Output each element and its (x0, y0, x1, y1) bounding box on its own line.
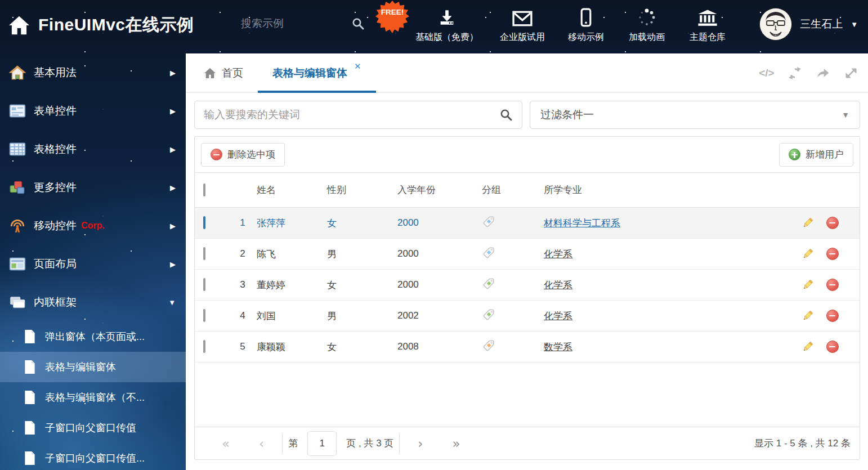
filter-row: 过滤条件一 ▼ (194, 101, 860, 129)
sidebar-subitem-grid-edit-window[interactable]: 表格与编辑窗体 (0, 352, 186, 382)
frames-icon (9, 294, 26, 311)
edit-icon[interactable] (801, 309, 815, 323)
fullscreen-icon[interactable] (843, 65, 859, 81)
sidebar-subitem-label: 弹出窗体（本页面或... (45, 330, 145, 343)
delete-row-icon[interactable] (826, 310, 839, 322)
cell-gender: 女 (327, 341, 397, 353)
search-icon[interactable] (351, 17, 365, 30)
col-name: 姓名 (257, 183, 327, 196)
tag-cell (482, 339, 544, 355)
major-link[interactable]: 数学系 (544, 342, 572, 352)
nav-mobile-demo[interactable]: 移动示例 (566, 7, 606, 43)
row-checkbox[interactable] (203, 278, 205, 291)
share-icon[interactable] (815, 65, 831, 81)
source-code-icon[interactable]: </> (759, 65, 775, 81)
tag-icon (482, 246, 495, 259)
tab-close-icon[interactable]: ✕ (354, 61, 361, 71)
table-empty-area (195, 362, 860, 427)
major-link[interactable]: 化学系 (544, 311, 572, 321)
nav-label: 主题仓库 (690, 32, 726, 43)
tab-grid-edit-window[interactable]: 表格与编辑窗体 ✕ (258, 53, 376, 92)
sidebar-item-iframe[interactable]: 内联框架 ▼ (0, 283, 186, 321)
tag-cell (482, 215, 544, 231)
filter-condition-select[interactable]: 过滤条件一 ▼ (530, 101, 860, 129)
major-link[interactable]: 材料科学与工程系 (544, 218, 620, 229)
delete-selected-button[interactable]: 删除选中项 (201, 143, 285, 167)
chevron-right-icon: ▶ (170, 69, 176, 77)
add-button-label: 新增用户 (806, 148, 844, 161)
delete-row-icon[interactable] (826, 279, 839, 291)
row-checkbox[interactable] (203, 247, 205, 260)
nav-enterprise-trial[interactable]: 企业版试用 (500, 7, 545, 43)
delete-button-label: 删除选中项 (227, 148, 275, 161)
sidebar-subitem-label: 子窗口向父窗口传值... (45, 451, 145, 465)
delete-row-icon[interactable] (826, 217, 839, 229)
keyword-search-input[interactable] (204, 109, 499, 121)
sidebar-item-more-controls[interactable]: 更多控件 ▶ (0, 168, 186, 207)
top-nav: FREE! 基础版（免费） 企业版试用 (415, 7, 727, 43)
page-number-input[interactable] (307, 431, 337, 456)
add-user-button[interactable]: 新增用户 (779, 143, 853, 167)
edit-icon[interactable] (801, 216, 815, 230)
prev-page-icon[interactable]: ‹ (244, 436, 279, 451)
sidebar-item-grid-controls[interactable]: 表格控件 ▶ (0, 130, 186, 168)
cubes-icon (9, 179, 26, 196)
divider (399, 434, 400, 453)
cell-name: 董婷婷 (257, 279, 327, 292)
sidebar-subitem-child-to-parent[interactable]: 子窗口向父窗口传值 (0, 413, 186, 443)
edit-icon[interactable] (801, 340, 815, 353)
row-checkbox[interactable] (203, 340, 205, 353)
col-major: 所学专业 (544, 183, 798, 196)
edit-icon[interactable] (801, 247, 815, 261)
row-checkbox[interactable] (203, 309, 205, 322)
chevron-down-icon: ▼ (842, 110, 849, 119)
delete-row-icon[interactable] (826, 248, 839, 260)
row-number: 2 (229, 248, 257, 259)
nav-label: 加载动画 (629, 32, 665, 43)
cell-gender: 男 (327, 248, 397, 261)
first-page-icon[interactable]: « (207, 436, 244, 451)
row-checkbox[interactable] (203, 216, 205, 229)
tag-cell (482, 308, 544, 324)
tab-tools: </> (759, 53, 859, 92)
cell-year: 2008 (397, 341, 482, 352)
spinner-icon (637, 8, 656, 27)
edit-icon[interactable] (801, 278, 815, 292)
delete-row-icon[interactable] (826, 341, 839, 353)
nav-basic-edition[interactable]: FREE! 基础版（免费） (415, 7, 478, 43)
nav-theme-repo[interactable]: 主题仓库 (688, 7, 727, 43)
sidebar-item-basic-usage[interactable]: 基本用法 ▶ (0, 53, 186, 92)
table-row: 2 陈飞 男 2000 化学系 (195, 239, 860, 270)
nav-loading-animation[interactable]: 加载动画 (627, 7, 666, 43)
antenna-icon (9, 217, 26, 234)
search-icon[interactable] (499, 108, 513, 122)
sidebar-item-label: 移动控件 (34, 218, 77, 233)
table-row: 3 董婷婷 女 2000 化学系 (195, 270, 860, 301)
cell-year: 2000 (397, 248, 482, 259)
refresh-icon[interactable] (787, 65, 803, 81)
nav-label: 基础版（免费） (415, 32, 478, 43)
page-suffix: 页 , 共 3 页 (346, 437, 393, 450)
username: 三生石上 (800, 17, 843, 32)
next-page-icon[interactable]: › (403, 436, 437, 451)
major-link[interactable]: 化学系 (544, 280, 572, 290)
major-link[interactable]: 化学系 (544, 249, 572, 259)
file-icon (24, 360, 36, 374)
sidebar-item-page-layout[interactable]: 页面布局 ▶ (0, 245, 186, 283)
user-menu[interactable]: 三生石上 ▼ (759, 8, 858, 41)
sidebar-subitem-grid-edit-window-2[interactable]: 表格与编辑窗体（不... (0, 382, 186, 413)
brand[interactable]: FineUIMvc在线示例 (8, 14, 194, 37)
tag-icon (482, 339, 495, 352)
tab-home[interactable]: 首页 (189, 53, 258, 92)
top-search-input[interactable] (241, 17, 320, 30)
sidebar-subitem-popup-window[interactable]: 弹出窗体（本页面或... (0, 321, 186, 352)
last-page-icon[interactable]: » (438, 436, 475, 451)
cell-name: 刘国 (257, 310, 327, 323)
sidebar-item-mobile-controls[interactable]: 移动控件 Corp. ▶ (0, 207, 186, 245)
cell-gender: 男 (327, 310, 397, 323)
table-row: 4 刘国 男 2002 化学系 (195, 301, 860, 332)
sidebar-item-form-controls[interactable]: 表单控件 ▶ (0, 92, 186, 130)
col-group: 分组 (482, 183, 544, 196)
sidebar-subitem-child-to-parent-2[interactable]: 子窗口向父窗口传值... (0, 443, 186, 470)
select-all-checkbox[interactable] (203, 183, 205, 196)
